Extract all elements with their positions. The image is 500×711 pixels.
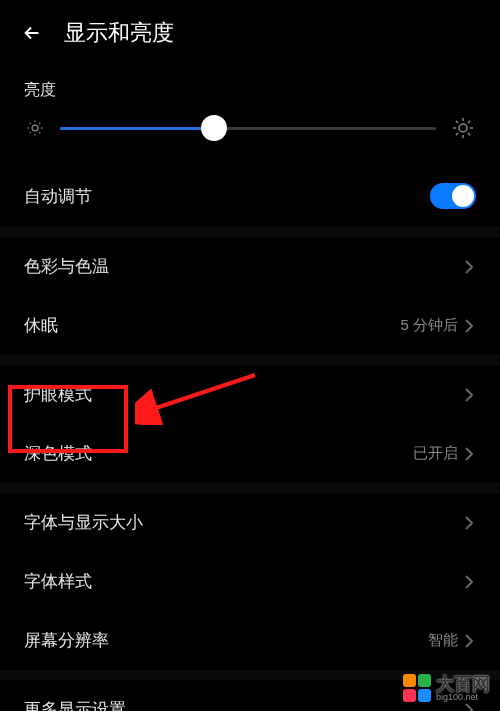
screen-resolution-label: 屏幕分辨率	[24, 629, 428, 652]
color-temp-row[interactable]: 色彩与色温	[0, 237, 500, 296]
brightness-label: 亮度	[0, 62, 500, 115]
brightness-high-icon	[450, 115, 476, 141]
svg-line-16	[456, 133, 458, 135]
screen-resolution-value: 智能	[428, 631, 458, 650]
svg-line-15	[468, 133, 470, 135]
sleep-label: 休眠	[24, 314, 400, 337]
page-title: 显示和亮度	[64, 18, 174, 48]
chevron-right-icon	[464, 318, 476, 334]
watermark: 大百网 big100.net	[402, 673, 490, 703]
dark-mode-value: 已开启	[413, 444, 458, 463]
svg-line-8	[39, 123, 40, 124]
color-temp-label: 色彩与色温	[24, 255, 464, 278]
svg-line-5	[30, 123, 31, 124]
svg-line-17	[468, 121, 470, 123]
screen-resolution-row[interactable]: 屏幕分辨率 智能	[0, 611, 500, 670]
auto-brightness-row[interactable]: 自动调节	[0, 165, 500, 227]
svg-point-9	[459, 124, 467, 132]
auto-brightness-toggle[interactable]	[430, 183, 476, 209]
svg-line-14	[456, 121, 458, 123]
eye-comfort-row[interactable]: 护眼模式	[0, 365, 500, 424]
chevron-right-icon	[464, 387, 476, 403]
more-display-label: 更多显示设置	[24, 698, 464, 711]
back-button[interactable]	[20, 21, 44, 45]
brightness-low-icon	[24, 117, 46, 139]
eye-comfort-label: 护眼模式	[24, 383, 464, 406]
watermark-logo-icon	[402, 673, 432, 703]
chevron-right-icon	[464, 259, 476, 275]
chevron-right-icon	[464, 446, 476, 462]
watermark-domain: big100.net	[436, 693, 490, 702]
dark-mode-label: 深色模式	[24, 442, 413, 465]
font-style-row[interactable]: 字体样式	[0, 552, 500, 611]
sleep-row[interactable]: 休眠 5 分钟后	[0, 296, 500, 355]
sleep-value: 5 分钟后	[400, 316, 458, 335]
chevron-right-icon	[464, 515, 476, 531]
auto-brightness-label: 自动调节	[24, 185, 430, 208]
font-display-size-label: 字体与显示大小	[24, 511, 464, 534]
svg-point-0	[32, 125, 38, 131]
brightness-slider-thumb[interactable]	[201, 115, 227, 141]
chevron-right-icon	[464, 574, 476, 590]
chevron-right-icon	[464, 633, 476, 649]
brightness-slider-row	[0, 115, 500, 165]
brightness-slider[interactable]	[60, 127, 436, 130]
dark-mode-row[interactable]: 深色模式 已开启	[0, 424, 500, 483]
font-display-size-row[interactable]: 字体与显示大小	[0, 493, 500, 552]
svg-line-7	[30, 132, 31, 133]
font-style-label: 字体样式	[24, 570, 464, 593]
svg-line-6	[39, 132, 40, 133]
watermark-brand: 大百网	[436, 675, 490, 693]
